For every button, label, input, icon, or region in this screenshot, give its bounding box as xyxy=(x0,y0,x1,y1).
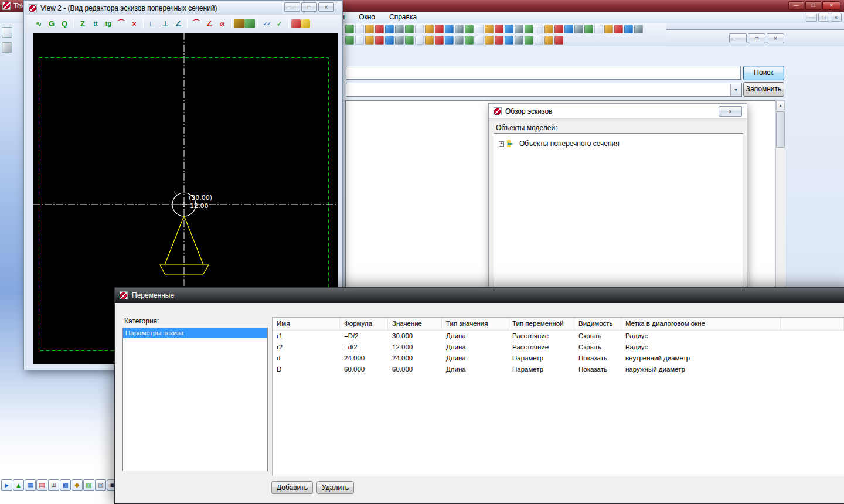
save-sketch-icon[interactable] xyxy=(301,19,310,28)
toolbar-icon[interactable] xyxy=(475,25,484,33)
mdi-close-icon[interactable]: × xyxy=(831,13,842,22)
toolbar-icon[interactable] xyxy=(614,25,623,33)
model-objects-tree[interactable]: + ⇐ Объекты поперечного сечения xyxy=(494,133,743,288)
tangent-tool-icon[interactable] xyxy=(102,18,115,29)
toolbar-icon[interactable] xyxy=(365,25,374,33)
toolbar-icon[interactable] xyxy=(475,36,484,45)
horizontal-dimension-icon[interactable] xyxy=(146,18,159,29)
toolbar-icon[interactable] xyxy=(505,25,513,33)
toolbar-icon[interactable] xyxy=(624,25,633,33)
zoom-tool-icon[interactable] xyxy=(48,479,59,491)
toolbar-icon[interactable] xyxy=(544,25,553,33)
scrollbar-thumb[interactable] xyxy=(776,111,785,148)
menu-item-help[interactable]: Справка xyxy=(388,13,418,21)
toolbar-icon[interactable] xyxy=(525,25,533,33)
new-model-icon[interactable] xyxy=(2,27,12,38)
column-header-dialog-label[interactable]: Метка в диалоговом окне xyxy=(621,318,781,330)
scroll-up-icon[interactable]: ▲ xyxy=(776,101,785,110)
toolbar-icon[interactable] xyxy=(445,36,454,45)
toolbar-icon[interactable] xyxy=(465,25,474,33)
draw-arc-icon[interactable] xyxy=(45,18,58,29)
toolbar-icon[interactable] xyxy=(385,36,394,45)
toolbar-icon[interactable] xyxy=(445,25,454,33)
toolbar-icon[interactable] xyxy=(395,36,404,45)
fit-view-icon[interactable] xyxy=(13,479,24,491)
toolbar-icon[interactable] xyxy=(535,36,543,45)
toolbar-icon[interactable] xyxy=(415,36,424,45)
accept-sketch-icon[interactable] xyxy=(273,18,286,29)
toolbar-icon[interactable] xyxy=(465,36,474,45)
delete-button[interactable]: Удалить xyxy=(316,481,354,494)
draw-circle-icon[interactable] xyxy=(58,18,71,29)
column-header-variable-type[interactable]: Тип переменной xyxy=(508,318,574,330)
toolbar-icon[interactable] xyxy=(485,25,494,33)
toolbar-icon[interactable] xyxy=(405,25,414,33)
toolbar-icon[interactable] xyxy=(405,36,414,45)
ortho-toggle-icon[interactable] xyxy=(95,479,106,491)
table-row[interactable]: r2 =d/2 12.000 Длина Расстояние Скрыть Р… xyxy=(273,342,844,353)
radius-dimension-icon[interactable] xyxy=(190,18,203,29)
toolbar-icon[interactable] xyxy=(525,36,533,45)
toolbar-icon[interactable] xyxy=(515,25,523,33)
toolbar-icon[interactable] xyxy=(455,25,464,33)
toolbar-icon[interactable] xyxy=(365,36,374,45)
fillet-tool-icon[interactable] xyxy=(115,18,128,29)
toolbar-icon[interactable] xyxy=(395,25,404,33)
split-tool-icon[interactable] xyxy=(76,18,89,29)
column-header-visibility[interactable]: Видимость xyxy=(574,318,621,330)
search-history-combobox[interactable]: ▼ xyxy=(346,83,742,97)
toolbar-icon[interactable] xyxy=(554,25,563,33)
grid-view-icon[interactable] xyxy=(25,479,36,491)
toolbar-icon[interactable] xyxy=(594,25,603,33)
table-row[interactable]: d 24.000 24.000 Длина Параметр Показать … xyxy=(273,353,844,364)
toolbar-icon[interactable] xyxy=(495,25,503,33)
stamp-tool-icon[interactable] xyxy=(234,19,244,28)
catalog-maximize-icon[interactable]: □ xyxy=(748,33,765,43)
toolbar-icon[interactable] xyxy=(554,36,563,45)
toolbar-icon[interactable] xyxy=(544,36,553,45)
view2-close-icon[interactable]: × xyxy=(318,2,334,12)
snap-settings-icon[interactable] xyxy=(83,479,94,491)
mdi-restore-icon[interactable]: □ xyxy=(818,13,829,22)
toolbar-icon[interactable] xyxy=(425,25,434,33)
toolbar-icon[interactable] xyxy=(435,25,444,33)
maximize-icon[interactable]: □ xyxy=(805,1,821,10)
category-item-selected[interactable]: Параметры эскиза xyxy=(123,328,267,338)
diameter-dimension-icon[interactable] xyxy=(216,18,229,29)
toolbar-icon[interactable] xyxy=(535,25,543,33)
table-row[interactable]: D 60.000 60.000 Длина Параметр Показать … xyxy=(273,364,844,375)
toolbar-icon[interactable] xyxy=(455,36,464,45)
mdi-minimize-icon[interactable]: — xyxy=(806,13,817,22)
catalog-minimize-icon[interactable]: — xyxy=(729,33,747,43)
pan-tool-icon[interactable] xyxy=(36,479,47,491)
sketch-browser-title-bar[interactable]: Обзор эскизов xyxy=(489,104,747,119)
tree-expander-icon[interactable]: + xyxy=(499,141,504,147)
remember-button[interactable]: Запомнить xyxy=(743,82,784,97)
toolbar-icon[interactable] xyxy=(375,25,384,33)
view2-minimize-icon[interactable]: — xyxy=(284,2,300,12)
toolbar-icon[interactable] xyxy=(485,36,494,45)
trim-tool-icon[interactable] xyxy=(89,18,102,29)
search-button[interactable]: Поиск xyxy=(743,66,784,80)
search-input[interactable] xyxy=(346,66,741,80)
toolbar-icon[interactable] xyxy=(355,25,364,33)
toolbar-icon[interactable] xyxy=(435,36,444,45)
category-listbox[interactable]: Параметры эскиза xyxy=(122,328,268,471)
verify-sketch-icon[interactable] xyxy=(260,18,273,29)
toolbar-icon[interactable] xyxy=(574,25,583,33)
area-tool-icon[interactable] xyxy=(244,19,255,28)
toolbar-icon[interactable] xyxy=(634,25,643,33)
printer-icon[interactable] xyxy=(2,42,12,53)
column-header-value-type[interactable]: Тип значения xyxy=(442,318,508,330)
view2-maximize-icon[interactable]: □ xyxy=(301,2,317,12)
sketch-browser-close-icon[interactable]: × xyxy=(719,106,742,117)
column-header-value[interactable]: Значение xyxy=(388,318,442,330)
select-tool-icon[interactable] xyxy=(1,479,12,491)
toolbar-icon[interactable] xyxy=(355,36,364,45)
add-button[interactable]: Добавить xyxy=(271,481,313,494)
toolbar-icon[interactable] xyxy=(505,36,513,45)
minimize-icon[interactable]: — xyxy=(788,1,804,10)
render-mode-icon[interactable] xyxy=(72,479,83,491)
delete-tool-icon[interactable] xyxy=(128,18,141,29)
tree-item[interactable]: + ⇐ Объекты поперечного сечения xyxy=(499,139,620,148)
